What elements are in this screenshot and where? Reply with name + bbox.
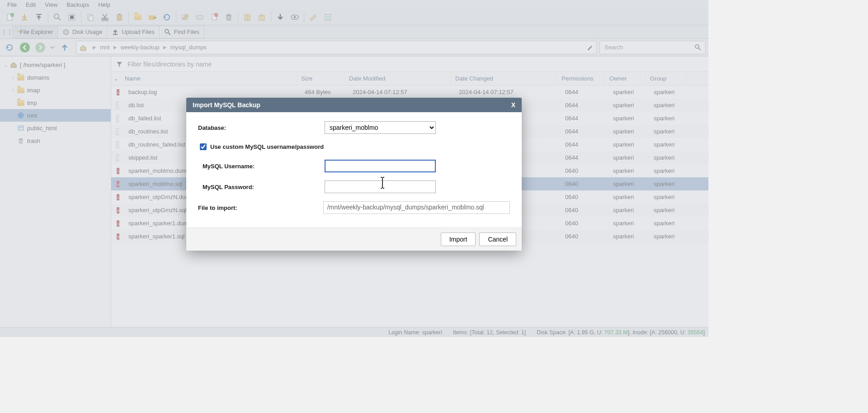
app-root: File Edit View Backups Help + [0, 0, 708, 337]
dialog-footer: Import Cancel [186, 228, 522, 251]
dialog-titlebar[interactable]: Import MySQL Backup X [186, 98, 522, 112]
password-label: MySQL Password: [198, 184, 325, 190]
custom-credentials-label[interactable]: Use custom MySQL username/password [210, 143, 324, 150]
import-mysql-dialog: Import MySQL Backup X Database: sparkeri… [186, 98, 522, 251]
database-select[interactable]: sparkeri_moblmo [325, 121, 436, 134]
custom-credentials-checkbox[interactable] [200, 143, 207, 150]
file-to-import: /mnt/weekly-backup/mysql_dumps/sparkeri_… [323, 201, 510, 214]
file-label: File to import: [198, 204, 323, 211]
dialog-title: Import MySQL Backup [193, 101, 260, 109]
mysql-username-input[interactable] [325, 160, 436, 172]
cancel-button[interactable]: Cancel [479, 233, 516, 246]
import-button[interactable]: Import [441, 233, 476, 246]
mysql-password-input[interactable] [325, 180, 436, 193]
username-label: MySQL Username: [198, 163, 325, 170]
close-icon[interactable]: X [511, 101, 515, 109]
database-label: Database: [198, 124, 325, 131]
